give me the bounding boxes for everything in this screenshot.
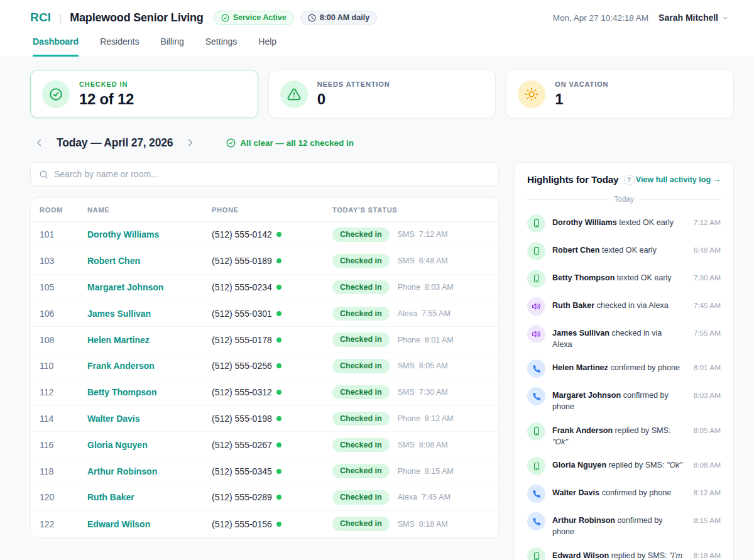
- activity-resident-name: Arthur Robinson: [552, 516, 615, 525]
- phone-number: (512) 555-0142: [212, 229, 332, 239]
- dot-separator: ·: [213, 138, 216, 148]
- help-icon[interactable]: ?: [624, 175, 635, 185]
- activity-resident-name: Frank Anderson: [552, 426, 613, 435]
- resident-name-link[interactable]: Gloria Nguyen: [87, 440, 212, 450]
- activity-time: 8:08 AM: [694, 456, 721, 469]
- activity-time: 8:03 AM: [694, 386, 721, 400]
- room-number: 112: [40, 387, 87, 397]
- activity-time: 7:45 AM: [694, 296, 721, 310]
- table-row: 122Edward Wilson(512) 555-0156Checked in…: [31, 511, 498, 537]
- checkin-method: Alexa: [398, 493, 417, 502]
- status-badge: Checked in: [332, 385, 390, 400]
- resident-name-link[interactable]: Frank Anderson: [87, 361, 212, 371]
- stat-card-needs-attention[interactable]: NEEDS ATTENTION 0: [268, 70, 496, 118]
- table-row: 112Betty Thompson(512) 555-0312Checked i…: [31, 380, 498, 406]
- view-activity-log-link[interactable]: View full activity log →: [636, 175, 721, 184]
- activity-resident-name: Ruth Baker: [552, 301, 594, 310]
- user-name: Sarah Mitchell: [658, 13, 718, 23]
- checkin-time: 8:15 AM: [425, 467, 454, 476]
- next-day-button[interactable]: [182, 134, 199, 151]
- activity-text: Robert Chen texted OK early: [552, 241, 683, 256]
- activity-resident-name: Robert Chen: [552, 246, 600, 255]
- resident-name-link[interactable]: Helen Martinez: [87, 335, 212, 345]
- checkin-method: SMS: [398, 520, 415, 529]
- checkin-method: SMS: [398, 256, 415, 265]
- user-menu[interactable]: Sarah Mitchell: [658, 13, 729, 23]
- phone-number: (512) 555-0267: [212, 440, 332, 450]
- check-circle-icon: [226, 138, 236, 148]
- smartphone-icon: [527, 422, 545, 441]
- phone-status-dot: [276, 311, 281, 316]
- activity-resident-name: Helen Martinez: [552, 363, 608, 372]
- phone-status-dot: [276, 258, 281, 263]
- room-number: 116: [40, 440, 87, 450]
- status-badge: Checked in: [332, 438, 390, 453]
- tab-billing[interactable]: Billing: [160, 36, 183, 57]
- tab-help[interactable]: Help: [258, 36, 276, 57]
- date-title: Today — April 27, 2026: [57, 136, 173, 150]
- alert-triangle-icon: [280, 80, 308, 108]
- room-number: 118: [40, 466, 87, 476]
- chevron-down-icon: [722, 14, 729, 21]
- checkin-method: Alexa: [398, 309, 417, 318]
- activity-text: Gloria Nguyen replied by SMS: "Ok": [552, 456, 683, 471]
- status-cell: Checked inPhone8:12 AM: [332, 412, 489, 426]
- date-nav: Today — April 27, 2026 · All clear — all…: [30, 134, 734, 151]
- checkin-method: Phone: [398, 336, 420, 344]
- stat-card-checked-in[interactable]: CHECKED IN 12 of 12: [30, 70, 258, 118]
- highlights-panel: Highlights for Today ? View full activit…: [514, 162, 734, 560]
- stat-label: ON VACATION: [555, 80, 608, 88]
- status-cell: Checked inSMS8:18 AM: [332, 517, 489, 531]
- checkin-time: 8:05 AM: [419, 361, 448, 370]
- all-clear-label: All clear — all 12 checked in: [240, 138, 354, 148]
- activity-resident-name: James Sullivan: [552, 329, 609, 338]
- checkin-time: 7:45 AM: [422, 493, 451, 502]
- activity-item: Edward Wilson replied by SMS: "I'm good!…: [527, 542, 721, 560]
- checkin-method: Phone: [398, 283, 420, 292]
- resident-name-link[interactable]: Dorothy Williams: [87, 229, 212, 239]
- resident-name-link[interactable]: Edward Wilson: [87, 519, 212, 529]
- resident-name-link[interactable]: Walter Davis: [87, 414, 212, 424]
- phone-status-dot: [276, 416, 281, 421]
- activity-text: Walter Davis confirmed by phone: [552, 483, 683, 498]
- resident-name-link[interactable]: Arthur Robinson: [87, 466, 212, 476]
- tab-dashboard[interactable]: Dashboard: [33, 36, 79, 57]
- resident-name-link[interactable]: Margaret Johnson: [87, 282, 212, 292]
- checkin-time: 8:12 AM: [425, 414, 454, 423]
- stat-label: NEEDS ATTENTION: [317, 80, 390, 88]
- resident-name-link[interactable]: James Sullivan: [87, 309, 212, 319]
- activity-text: Frank Anderson replied by SMS: "Ok": [552, 421, 683, 448]
- room-number: 114: [40, 414, 87, 424]
- check-circle-icon: [221, 14, 229, 22]
- tab-settings[interactable]: Settings: [205, 36, 238, 57]
- table-row: 118Arthur Robinson(512) 555-0345Checked …: [31, 458, 498, 485]
- activity-text: Arthur Robinson confirmed by phone: [552, 511, 683, 538]
- resident-name-link[interactable]: Ruth Baker: [87, 492, 212, 502]
- status-cell: Checked inSMS6:48 AM: [332, 254, 489, 268]
- activity-item: Frank Anderson replied by SMS: "Ok"8:05 …: [527, 417, 721, 452]
- activity-time: 8:05 AM: [694, 421, 721, 435]
- table-row: 114Walter Davis(512) 555-0198Checked inP…: [31, 406, 498, 432]
- stat-card-on-vacation[interactable]: ON VACATION 1: [506, 70, 734, 118]
- activity-text: Ruth Baker checked in via Alexa: [552, 296, 683, 311]
- logo-divider: |: [59, 13, 62, 23]
- activity-time: 8:01 AM: [694, 358, 721, 372]
- status-badge: Checked in: [332, 228, 390, 242]
- tab-residents[interactable]: Residents: [100, 36, 139, 57]
- room-number: 110: [40, 361, 87, 371]
- resident-name-link[interactable]: Betty Thompson: [87, 387, 212, 397]
- status-badge: Checked in: [332, 307, 390, 321]
- room-number: 103: [40, 256, 87, 266]
- smartphone-icon: [527, 457, 545, 475]
- status-badge: Checked in: [332, 412, 390, 426]
- service-active-label: Service Active: [233, 14, 287, 22]
- divider-line: [640, 199, 721, 200]
- checkin-time: 8:01 AM: [425, 336, 454, 344]
- status-badge: Checked in: [332, 490, 390, 505]
- resident-name-link[interactable]: Robert Chen: [87, 256, 212, 266]
- search-input[interactable]: [54, 169, 490, 179]
- previous-day-button[interactable]: [30, 134, 48, 151]
- activity-text: Dorothy Williams texted OK early: [552, 213, 683, 228]
- activity-quote: "Ok": [667, 461, 682, 469]
- speaker-icon: [527, 325, 545, 343]
